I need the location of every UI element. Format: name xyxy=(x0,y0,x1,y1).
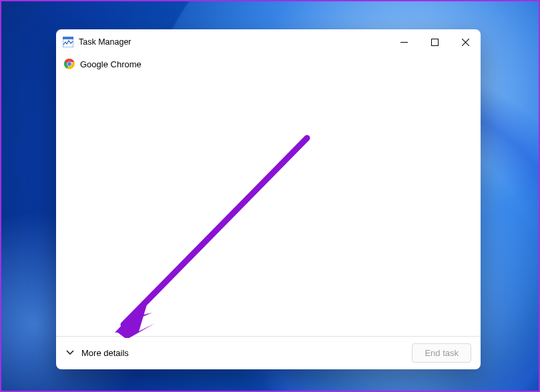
task-manager-window: Task Manager xyxy=(56,29,481,369)
svg-point-8 xyxy=(67,62,71,66)
end-task-button[interactable]: End task xyxy=(412,343,471,363)
process-item[interactable]: Google Chrome xyxy=(60,56,477,72)
svg-rect-3 xyxy=(431,39,438,45)
window-controls xyxy=(388,29,481,55)
chrome-icon xyxy=(64,59,75,69)
process-list[interactable]: Google Chrome xyxy=(56,55,481,336)
process-name: Google Chrome xyxy=(80,59,142,69)
minimize-button[interactable] xyxy=(388,29,419,55)
more-details-toggle[interactable]: More details xyxy=(65,347,129,359)
chevron-down-icon xyxy=(65,347,75,359)
svg-rect-1 xyxy=(63,37,73,39)
task-manager-icon xyxy=(63,37,73,47)
titlebar[interactable]: Task Manager xyxy=(56,29,481,55)
footer-bar: More details End task xyxy=(56,336,481,369)
close-button[interactable] xyxy=(450,29,481,55)
window-title: Task Manager xyxy=(79,37,131,47)
more-details-label: More details xyxy=(81,348,129,358)
maximize-button[interactable] xyxy=(419,29,450,55)
